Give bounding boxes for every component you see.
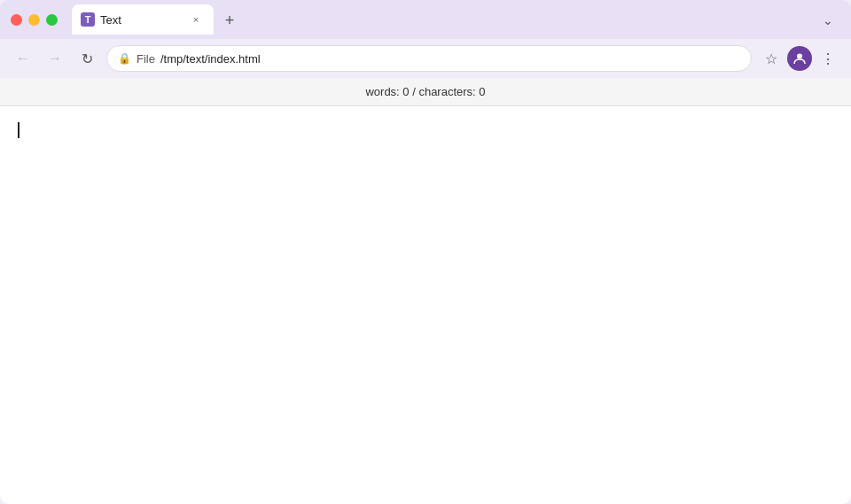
tab-favicon: T — [81, 12, 95, 27]
tab-expand-button[interactable]: ⌄ — [816, 8, 840, 33]
close-button[interactable] — [11, 14, 22, 26]
navigation-bar: ← → ↻ 🔒 File /tmp/text/index.html ☆ ⋮ — [0, 39, 851, 78]
tab-title: Text — [100, 13, 183, 27]
file-label: File — [137, 52, 155, 66]
bookmark-button[interactable]: ☆ — [759, 46, 784, 71]
menu-button[interactable]: ⋮ — [816, 46, 840, 71]
svg-point-0 — [797, 54, 802, 59]
minimize-button[interactable] — [28, 14, 40, 26]
nav-actions: ☆ ⋮ — [759, 46, 840, 71]
address-bar[interactable]: 🔒 File /tmp/text/index.html — [106, 45, 752, 72]
new-tab-button[interactable]: + — [217, 8, 242, 33]
lock-icon: 🔒 — [118, 52, 131, 65]
browser-window: T Text × + ⌄ ← → ↻ 🔒 File /tmp/text/inde… — [0, 0, 851, 504]
text-editor[interactable] — [0, 106, 851, 504]
stats-bar: words: 0 / characters: 0 — [0, 78, 851, 106]
tab-bar: T Text × + ⌄ — [68, 4, 840, 35]
tab-close-button[interactable]: × — [189, 12, 203, 27]
traffic-lights — [11, 14, 58, 26]
page-content: words: 0 / characters: 0 — [0, 78, 851, 504]
text-cursor — [18, 122, 20, 138]
forward-button[interactable]: → — [43, 46, 67, 71]
title-bar: T Text × + ⌄ — [0, 0, 851, 39]
profile-button[interactable] — [787, 46, 812, 71]
maximize-button[interactable] — [46, 14, 58, 26]
stats-text: words: 0 / characters: 0 — [365, 85, 485, 98]
active-tab[interactable]: T Text × — [72, 4, 214, 35]
back-button[interactable]: ← — [11, 46, 35, 71]
profile-icon — [792, 51, 807, 66]
reload-button[interactable]: ↻ — [74, 46, 99, 71]
address-text: /tmp/text/index.html — [160, 52, 261, 66]
